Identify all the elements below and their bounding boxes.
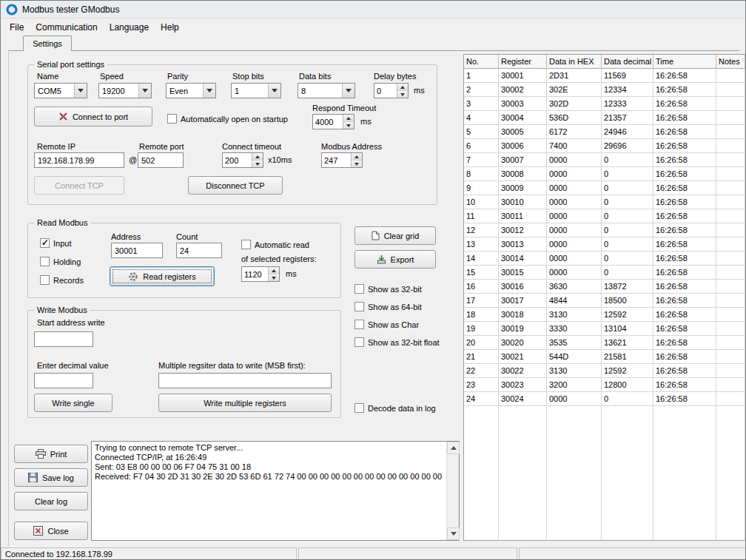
column-header-no[interactable]: No. (464, 55, 499, 68)
holding-checkbox[interactable]: Holding (40, 257, 81, 266)
table-cell: 30021 (499, 350, 547, 364)
table-row[interactable]: 13300130000016:26:58 (464, 237, 745, 252)
speed-select[interactable]: 19200 (98, 83, 152, 98)
records-checkbox[interactable]: Records (40, 275, 84, 285)
column-header-decimal[interactable]: Data decimal (602, 55, 653, 68)
spin-up-icon[interactable] (397, 84, 408, 91)
spin-down-icon[interactable] (269, 274, 279, 281)
chevron-down-icon[interactable] (138, 84, 151, 98)
spin-down-icon[interactable] (343, 122, 354, 129)
read-registers-button[interactable]: Read registers (110, 266, 215, 286)
com-port-select[interactable]: COM5 (34, 83, 87, 98)
remote-ip-field[interactable]: 192.168.178.99 (34, 152, 124, 168)
table-header[interactable]: No. Register Data in HEX Data decimal Ti… (464, 55, 745, 69)
save-log-button[interactable]: Save log (14, 468, 88, 487)
column-header-register[interactable]: Register (499, 55, 547, 68)
connect-timeout-stepper[interactable]: 200 (222, 152, 263, 168)
parity-select[interactable]: Even (166, 83, 216, 98)
table-row[interactable]: 53000561722494616:26:58 (464, 125, 745, 139)
tab-settings[interactable]: Settings (23, 36, 72, 51)
table-row[interactable]: 10300100000016:26:58 (464, 195, 745, 209)
chevron-down-icon[interactable] (203, 84, 215, 98)
respond-timeout-stepper[interactable]: 4000 (312, 114, 354, 129)
table-row[interactable]: 223002231301259216:26:58 (464, 364, 745, 378)
column-header-notes[interactable]: Notes (716, 55, 745, 68)
show-32bit-checkbox[interactable]: Show as 32-bit (354, 284, 422, 294)
serial-port-settings-group: Serial port settings Name Speed Parity S… (27, 64, 437, 205)
multiple-register-field[interactable] (158, 373, 332, 388)
table-cell (602, 462, 653, 476)
start-address-field[interactable] (34, 331, 93, 347)
table-row[interactable]: 1300012D311156916:26:58 (464, 69, 745, 83)
spin-up-icon[interactable] (343, 115, 354, 122)
menu-language[interactable]: Language (104, 20, 155, 35)
scroll-down-icon[interactable] (447, 527, 460, 540)
read-interval-stepper[interactable]: 1120 (241, 266, 280, 282)
table-row[interactable]: 12300120000016:26:58 (464, 223, 745, 237)
count-field[interactable]: 24 (176, 243, 222, 258)
show-64bit-checkbox[interactable]: Show as 64-bit (354, 302, 422, 311)
table-row[interactable]: 183001831301259216:26:58 (464, 308, 745, 322)
export-button[interactable]: Export (354, 250, 436, 269)
table-cell (716, 223, 745, 237)
input-checkbox[interactable]: Input (40, 238, 71, 248)
data-bits-select[interactable]: 8 (298, 83, 355, 98)
connect-tcp-button[interactable]: Connect TCP (34, 176, 124, 195)
menu-communication[interactable]: Communication (30, 20, 103, 35)
show-float-checkbox[interactable]: Show as 32-bit float (354, 337, 440, 347)
clear-log-button[interactable]: Clear log (14, 492, 88, 510)
table-row[interactable]: 230002302E1233416:26:58 (464, 83, 745, 97)
table-row[interactable]: 14300140000016:26:58 (464, 252, 745, 266)
table-row[interactable]: 163001636301387216:26:58 (464, 280, 745, 294)
menu-file[interactable]: File (4, 20, 30, 35)
spin-up-icon[interactable] (269, 267, 279, 274)
connect-to-port-button[interactable]: Connect to port (34, 107, 152, 126)
table-row[interactable]: 7300070000016:26:58 (464, 153, 745, 167)
spin-up-icon[interactable] (252, 153, 263, 161)
table-row[interactable]: 63000674002969616:26:58 (464, 139, 745, 153)
stop-bits-select[interactable]: 1 (231, 83, 281, 98)
table-row[interactable]: 173001748441850016:26:58 (464, 294, 745, 308)
remote-port-field[interactable]: 502 (138, 152, 184, 168)
clear-grid-button[interactable]: Clear grid (354, 226, 436, 245)
scroll-up-icon[interactable] (447, 442, 460, 454)
table-row[interactable]: 330003302D1233316:26:58 (464, 97, 745, 111)
chevron-down-icon[interactable] (74, 84, 87, 98)
table-row[interactable]: 193001933301310416:26:58 (464, 322, 745, 336)
show-char-checkbox[interactable]: Show as Char (354, 320, 419, 329)
table-row[interactable]: 203002035351362116:26:58 (464, 336, 745, 350)
decimal-value-field[interactable] (34, 373, 93, 388)
table-row[interactable]: 11300110000016:26:58 (464, 209, 745, 223)
disconnect-tcp-button[interactable]: Disconnect TCP (188, 176, 283, 195)
menu-help[interactable]: Help (155, 20, 185, 35)
automatic-read-checkbox[interactable]: Automatic read (241, 240, 309, 249)
table-row[interactable]: 2130021544D2158116:26:58 (464, 350, 745, 364)
column-header-hex[interactable]: Data in HEX (547, 55, 602, 68)
write-single-button[interactable]: Write single (34, 394, 112, 412)
log-box[interactable]: Trying to connect to remote TCP server..… (91, 441, 460, 541)
log-scrollbar[interactable] (446, 442, 459, 540)
write-multiple-button[interactable]: Write multiple registers (158, 394, 332, 412)
spin-up-icon[interactable] (352, 153, 362, 161)
spin-down-icon[interactable] (397, 91, 408, 98)
table-row[interactable]: 430004536D2135716:26:58 (464, 111, 745, 125)
chevron-down-icon[interactable] (268, 84, 280, 98)
decode-log-checkbox[interactable]: Decode data in log (354, 403, 436, 413)
table-row[interactable]: 8300080000016:26:58 (464, 167, 745, 181)
register-table[interactable]: No. Register Data in HEX Data decimal Ti… (463, 54, 746, 541)
auto-open-checkbox[interactable]: Automatically open on startup (167, 114, 288, 124)
delay-bytes-stepper[interactable]: 0 (374, 83, 409, 98)
address-field[interactable]: 30001 (111, 243, 163, 258)
close-button[interactable]: Close (14, 522, 88, 540)
print-button[interactable]: Print (14, 445, 88, 463)
table-row[interactable]: 15300150000016:26:58 (464, 266, 745, 280)
chevron-down-icon[interactable] (342, 84, 354, 98)
modbus-address-stepper[interactable]: 247 (321, 152, 363, 168)
spin-down-icon[interactable] (352, 161, 362, 167)
column-header-time[interactable]: Time (653, 55, 716, 68)
table-cell: 3 (464, 97, 499, 111)
spin-down-icon[interactable] (252, 161, 263, 167)
table-row[interactable]: 24300240000016:26:58 (464, 392, 745, 406)
table-row[interactable]: 233002332001280016:26:58 (464, 378, 745, 392)
table-row[interactable]: 9300090000016:26:58 (464, 181, 745, 195)
